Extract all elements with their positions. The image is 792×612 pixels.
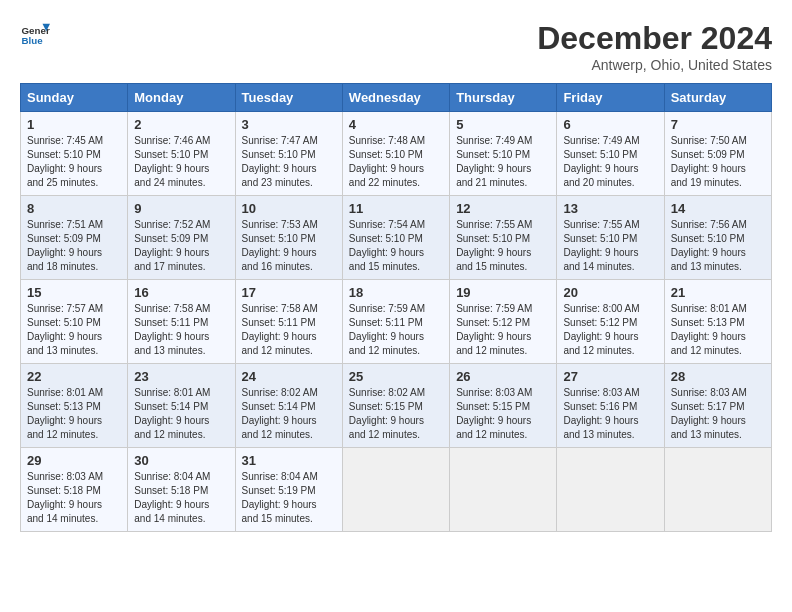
calendar-week-row: 15Sunrise: 7:57 AMSunset: 5:10 PMDayligh… bbox=[21, 280, 772, 364]
calendar-cell: 7Sunrise: 7:50 AMSunset: 5:09 PMDaylight… bbox=[664, 112, 771, 196]
day-number: 9 bbox=[134, 201, 228, 216]
col-header-sunday: Sunday bbox=[21, 84, 128, 112]
day-info: Sunrise: 7:52 AMSunset: 5:09 PMDaylight:… bbox=[134, 218, 228, 274]
calendar-cell: 4Sunrise: 7:48 AMSunset: 5:10 PMDaylight… bbox=[342, 112, 449, 196]
logo-icon: General Blue bbox=[20, 20, 50, 50]
col-header-saturday: Saturday bbox=[664, 84, 771, 112]
col-header-friday: Friday bbox=[557, 84, 664, 112]
day-number: 15 bbox=[27, 285, 121, 300]
day-info: Sunrise: 8:02 AMSunset: 5:15 PMDaylight:… bbox=[349, 386, 443, 442]
day-info: Sunrise: 7:58 AMSunset: 5:11 PMDaylight:… bbox=[134, 302, 228, 358]
calendar-cell: 31Sunrise: 8:04 AMSunset: 5:19 PMDayligh… bbox=[235, 448, 342, 532]
day-number: 1 bbox=[27, 117, 121, 132]
calendar-cell: 2Sunrise: 7:46 AMSunset: 5:10 PMDaylight… bbox=[128, 112, 235, 196]
day-number: 19 bbox=[456, 285, 550, 300]
day-number: 17 bbox=[242, 285, 336, 300]
day-number: 6 bbox=[563, 117, 657, 132]
page-header: General Blue December 2024 Antwerp, Ohio… bbox=[20, 20, 772, 73]
day-number: 23 bbox=[134, 369, 228, 384]
day-number: 2 bbox=[134, 117, 228, 132]
day-info: Sunrise: 8:00 AMSunset: 5:12 PMDaylight:… bbox=[563, 302, 657, 358]
calendar-cell: 28Sunrise: 8:03 AMSunset: 5:17 PMDayligh… bbox=[664, 364, 771, 448]
day-info: Sunrise: 7:48 AMSunset: 5:10 PMDaylight:… bbox=[349, 134, 443, 190]
day-number: 11 bbox=[349, 201, 443, 216]
calendar-cell: 8Sunrise: 7:51 AMSunset: 5:09 PMDaylight… bbox=[21, 196, 128, 280]
calendar-cell bbox=[450, 448, 557, 532]
day-info: Sunrise: 7:45 AMSunset: 5:10 PMDaylight:… bbox=[27, 134, 121, 190]
calendar-cell: 5Sunrise: 7:49 AMSunset: 5:10 PMDaylight… bbox=[450, 112, 557, 196]
calendar-cell: 15Sunrise: 7:57 AMSunset: 5:10 PMDayligh… bbox=[21, 280, 128, 364]
calendar-cell: 16Sunrise: 7:58 AMSunset: 5:11 PMDayligh… bbox=[128, 280, 235, 364]
logo: General Blue bbox=[20, 20, 50, 50]
day-number: 29 bbox=[27, 453, 121, 468]
calendar-week-row: 1Sunrise: 7:45 AMSunset: 5:10 PMDaylight… bbox=[21, 112, 772, 196]
calendar-cell: 17Sunrise: 7:58 AMSunset: 5:11 PMDayligh… bbox=[235, 280, 342, 364]
day-number: 8 bbox=[27, 201, 121, 216]
day-number: 16 bbox=[134, 285, 228, 300]
day-number: 3 bbox=[242, 117, 336, 132]
day-number: 12 bbox=[456, 201, 550, 216]
day-info: Sunrise: 8:04 AMSunset: 5:19 PMDaylight:… bbox=[242, 470, 336, 526]
calendar-cell: 21Sunrise: 8:01 AMSunset: 5:13 PMDayligh… bbox=[664, 280, 771, 364]
day-info: Sunrise: 7:59 AMSunset: 5:12 PMDaylight:… bbox=[456, 302, 550, 358]
calendar-cell bbox=[664, 448, 771, 532]
calendar-cell: 25Sunrise: 8:02 AMSunset: 5:15 PMDayligh… bbox=[342, 364, 449, 448]
day-info: Sunrise: 7:47 AMSunset: 5:10 PMDaylight:… bbox=[242, 134, 336, 190]
day-number: 30 bbox=[134, 453, 228, 468]
calendar-cell: 13Sunrise: 7:55 AMSunset: 5:10 PMDayligh… bbox=[557, 196, 664, 280]
day-info: Sunrise: 7:53 AMSunset: 5:10 PMDaylight:… bbox=[242, 218, 336, 274]
location-subtitle: Antwerp, Ohio, United States bbox=[537, 57, 772, 73]
calendar-cell: 6Sunrise: 7:49 AMSunset: 5:10 PMDaylight… bbox=[557, 112, 664, 196]
calendar-cell: 27Sunrise: 8:03 AMSunset: 5:16 PMDayligh… bbox=[557, 364, 664, 448]
calendar-cell: 26Sunrise: 8:03 AMSunset: 5:15 PMDayligh… bbox=[450, 364, 557, 448]
calendar-header-row: SundayMondayTuesdayWednesdayThursdayFrid… bbox=[21, 84, 772, 112]
day-number: 4 bbox=[349, 117, 443, 132]
calendar-cell: 12Sunrise: 7:55 AMSunset: 5:10 PMDayligh… bbox=[450, 196, 557, 280]
calendar-cell: 29Sunrise: 8:03 AMSunset: 5:18 PMDayligh… bbox=[21, 448, 128, 532]
calendar-cell: 9Sunrise: 7:52 AMSunset: 5:09 PMDaylight… bbox=[128, 196, 235, 280]
day-info: Sunrise: 8:03 AMSunset: 5:18 PMDaylight:… bbox=[27, 470, 121, 526]
day-info: Sunrise: 8:03 AMSunset: 5:17 PMDaylight:… bbox=[671, 386, 765, 442]
day-number: 20 bbox=[563, 285, 657, 300]
calendar-cell: 24Sunrise: 8:02 AMSunset: 5:14 PMDayligh… bbox=[235, 364, 342, 448]
calendar-week-row: 22Sunrise: 8:01 AMSunset: 5:13 PMDayligh… bbox=[21, 364, 772, 448]
day-info: Sunrise: 8:03 AMSunset: 5:15 PMDaylight:… bbox=[456, 386, 550, 442]
day-number: 28 bbox=[671, 369, 765, 384]
col-header-thursday: Thursday bbox=[450, 84, 557, 112]
day-info: Sunrise: 8:01 AMSunset: 5:13 PMDaylight:… bbox=[27, 386, 121, 442]
calendar-cell: 30Sunrise: 8:04 AMSunset: 5:18 PMDayligh… bbox=[128, 448, 235, 532]
calendar-cell: 3Sunrise: 7:47 AMSunset: 5:10 PMDaylight… bbox=[235, 112, 342, 196]
title-block: December 2024 Antwerp, Ohio, United Stat… bbox=[537, 20, 772, 73]
day-info: Sunrise: 7:57 AMSunset: 5:10 PMDaylight:… bbox=[27, 302, 121, 358]
day-number: 7 bbox=[671, 117, 765, 132]
day-number: 10 bbox=[242, 201, 336, 216]
calendar-cell: 18Sunrise: 7:59 AMSunset: 5:11 PMDayligh… bbox=[342, 280, 449, 364]
month-title: December 2024 bbox=[537, 20, 772, 57]
day-number: 14 bbox=[671, 201, 765, 216]
calendar-week-row: 8Sunrise: 7:51 AMSunset: 5:09 PMDaylight… bbox=[21, 196, 772, 280]
day-info: Sunrise: 7:59 AMSunset: 5:11 PMDaylight:… bbox=[349, 302, 443, 358]
day-info: Sunrise: 7:49 AMSunset: 5:10 PMDaylight:… bbox=[563, 134, 657, 190]
day-number: 26 bbox=[456, 369, 550, 384]
col-header-wednesday: Wednesday bbox=[342, 84, 449, 112]
day-info: Sunrise: 7:49 AMSunset: 5:10 PMDaylight:… bbox=[456, 134, 550, 190]
calendar-cell bbox=[342, 448, 449, 532]
calendar-cell bbox=[557, 448, 664, 532]
calendar-cell: 1Sunrise: 7:45 AMSunset: 5:10 PMDaylight… bbox=[21, 112, 128, 196]
calendar-cell: 10Sunrise: 7:53 AMSunset: 5:10 PMDayligh… bbox=[235, 196, 342, 280]
calendar-cell: 11Sunrise: 7:54 AMSunset: 5:10 PMDayligh… bbox=[342, 196, 449, 280]
day-number: 25 bbox=[349, 369, 443, 384]
day-info: Sunrise: 8:01 AMSunset: 5:14 PMDaylight:… bbox=[134, 386, 228, 442]
day-number: 27 bbox=[563, 369, 657, 384]
day-info: Sunrise: 7:51 AMSunset: 5:09 PMDaylight:… bbox=[27, 218, 121, 274]
day-info: Sunrise: 8:02 AMSunset: 5:14 PMDaylight:… bbox=[242, 386, 336, 442]
day-info: Sunrise: 8:03 AMSunset: 5:16 PMDaylight:… bbox=[563, 386, 657, 442]
day-info: Sunrise: 8:04 AMSunset: 5:18 PMDaylight:… bbox=[134, 470, 228, 526]
day-info: Sunrise: 7:55 AMSunset: 5:10 PMDaylight:… bbox=[456, 218, 550, 274]
day-info: Sunrise: 7:54 AMSunset: 5:10 PMDaylight:… bbox=[349, 218, 443, 274]
calendar-cell: 14Sunrise: 7:56 AMSunset: 5:10 PMDayligh… bbox=[664, 196, 771, 280]
day-info: Sunrise: 8:01 AMSunset: 5:13 PMDaylight:… bbox=[671, 302, 765, 358]
calendar-week-row: 29Sunrise: 8:03 AMSunset: 5:18 PMDayligh… bbox=[21, 448, 772, 532]
col-header-monday: Monday bbox=[128, 84, 235, 112]
day-info: Sunrise: 7:55 AMSunset: 5:10 PMDaylight:… bbox=[563, 218, 657, 274]
